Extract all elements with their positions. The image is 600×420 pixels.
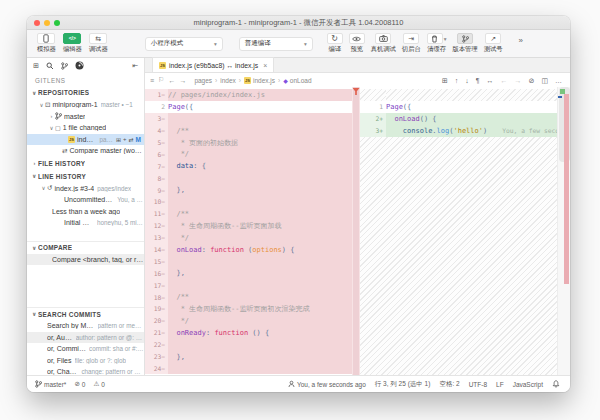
- breadcrumb-item-onload[interactable]: ◆onLoad: [283, 77, 311, 84]
- branch-icon[interactable]: [61, 62, 68, 70]
- status-branch[interactable]: master*: [35, 380, 66, 388]
- code-line[interactable]: 24−: [145, 362, 352, 374]
- code-line[interactable]: 9− },: [145, 184, 352, 196]
- row-action-icon[interactable]: ⊞: [116, 136, 121, 143]
- code-line[interactable]: 19− * 生命周期函数--监听页面初次渲染完成: [145, 303, 352, 315]
- code-line[interactable]: 11− /**: [145, 208, 352, 220]
- scheme-dropdown[interactable]: 小程序模式 ▾: [145, 37, 223, 51]
- status-warnings[interactable]: ⚠0: [93, 380, 104, 388]
- code-line[interactable]: 4− /**: [145, 125, 352, 137]
- chevron-down-icon[interactable]: ∨: [31, 173, 38, 179]
- tree-row-miniprogram-1[interactable]: ∨⊡miniprogram-1master • ~1: [27, 99, 144, 111]
- chevron-down-icon[interactable]: ∨: [38, 102, 45, 108]
- code-line[interactable]: 10−: [145, 196, 352, 208]
- toolbar-debugger-button[interactable]: ⇆调试器: [89, 33, 108, 54]
- code-line[interactable]: 7− data: {: [145, 160, 352, 172]
- tree-section-repositories[interactable]: ∨REPOSITORIES: [27, 86, 144, 99]
- open-changes-icon[interactable]: ⊞: [442, 77, 448, 84]
- code-line[interactable]: 8−: [145, 172, 352, 184]
- tree-row-master[interactable]: ›master: [27, 111, 144, 123]
- chevron-right-icon[interactable]: ›: [31, 160, 38, 166]
- code-line[interactable]: 23− },: [145, 351, 352, 363]
- tree-section-search-commits[interactable]: ∨SEARCH COMMITS: [27, 307, 144, 320]
- tree-row-index-js-3-4[interactable]: ∨↺index.js #3-4pages/index: [27, 183, 144, 195]
- modified-overview-ruler[interactable]: [557, 87, 570, 375]
- tree-row-index-js[interactable]: JSindex.jspage…⊞+⇄M: [27, 134, 144, 146]
- inline-view-icon[interactable]: ⊘: [529, 77, 535, 84]
- tree-row-1-file-changed[interactable]: ∨▢1 file changed: [27, 122, 144, 134]
- back-icon[interactable]: ←: [168, 77, 175, 84]
- toolbar-editor-button[interactable]: </>编辑器: [63, 33, 82, 54]
- original-overview-ruler[interactable]: [352, 87, 360, 375]
- chevron-down-icon[interactable]: ∨: [48, 125, 55, 131]
- gitlens-icon[interactable]: [75, 61, 84, 70]
- tree-section-compare[interactable]: ∨COMPARE: [27, 241, 144, 254]
- code-line[interactable]: 17−: [145, 279, 352, 291]
- previous-change-icon[interactable]: ↑: [455, 77, 459, 84]
- code-line[interactable]: 22−: [145, 339, 352, 351]
- tree-row-or-author[interactable]: or, Authorauthor: pattern or @: pattern: [27, 332, 144, 344]
- toolbar-switch-background-button[interactable]: ⇥切后台: [402, 33, 421, 54]
- close-tab-icon[interactable]: ×: [263, 62, 267, 69]
- code-line[interactable]: 2+ onLoad() {: [360, 113, 557, 125]
- compile-dropdown[interactable]: 普通编译 ▾: [239, 37, 313, 51]
- toolbar-clear-cache-button[interactable]: ▾清缓存: [427, 33, 447, 54]
- tree-row-compare-master-working-with[interactable]: ⇄Compare master (working) with <…: [27, 145, 144, 157]
- chevron-down-icon[interactable]: ∨: [31, 90, 38, 96]
- tree-row-compare-branch-tag-or-ref-wi[interactable]: Compare <branch, tag, or ref> with <b…: [27, 254, 144, 266]
- tree-row-uncommitted-changes[interactable]: Uncommitted changesYou, a few …: [27, 194, 144, 206]
- tree-row-initial-commit[interactable]: Initial Commithoneyhu, 5 minutes a…: [27, 217, 144, 229]
- code-line[interactable]: 16− },: [145, 267, 352, 279]
- toolbar-overflow-button[interactable]: »: [519, 36, 523, 45]
- tree-row-search-by-message[interactable]: Search by Messagepattern or message…: [27, 320, 144, 332]
- zoom-window-button[interactable]: [54, 20, 60, 26]
- tree-section-file-history[interactable]: ›FILE HISTORY: [27, 157, 144, 170]
- commits-icon[interactable]: ⊞: [33, 62, 39, 69]
- tree-section-line-history[interactable]: ∨LINE HISTORY: [27, 170, 144, 183]
- status-item[interactable]: JavaScript: [513, 381, 543, 388]
- status-item-bell[interactable]: [552, 380, 560, 388]
- tree-row-or-changes[interactable]: or, Changeschange: pattern or ~: pat…: [27, 366, 144, 375]
- status-item-blame-author[interactable]: You, a few seconds ago: [288, 380, 366, 388]
- chevron-down-icon[interactable]: ∨: [31, 311, 38, 317]
- split-editor-icon[interactable]: ◫: [541, 77, 548, 84]
- status-errors[interactable]: ⊘0: [74, 380, 85, 388]
- status-item[interactable]: 空格: 2: [439, 380, 459, 389]
- code-line[interactable]: 15−: [145, 255, 352, 267]
- next-change-icon[interactable]: ↓: [465, 77, 469, 84]
- row-action-icon[interactable]: ⇄: [129, 136, 134, 143]
- search-icon[interactable]: [46, 62, 54, 70]
- diff-original-pane[interactable]: 1−// pages/index/index.js2Page({3−4− /**…: [145, 87, 360, 375]
- forward-icon[interactable]: →: [179, 77, 186, 84]
- list-icon[interactable]: ≡: [150, 77, 154, 84]
- collapse-sidebar-icon[interactable]: ⇤: [132, 62, 138, 69]
- chevron-right-icon[interactable]: ›: [48, 113, 55, 119]
- toolbar-remote-debug-button[interactable]: 真机调试: [371, 33, 396, 54]
- code-line[interactable]: 6− */: [145, 148, 352, 160]
- code-line[interactable]: 5− * 页面的初始数据: [145, 137, 352, 149]
- chevron-down-icon[interactable]: ∨: [31, 245, 38, 251]
- breadcrumb-item-pages[interactable]: pages: [194, 77, 212, 84]
- code-line[interactable]: 1−// pages/index/index.js: [145, 89, 352, 101]
- code-line[interactable]: 14− onLoad: function (options) {: [145, 244, 352, 256]
- tree-row-or-files[interactable]: or, Filesfile: glob or ?: glob: [27, 355, 144, 367]
- chevron-down-icon[interactable]: ∨: [40, 185, 47, 191]
- code-line[interactable]: 3+ console.log('hello')You, a few second…: [360, 125, 557, 137]
- code-line[interactable]: 20− */: [145, 315, 352, 327]
- code-line[interactable]: 18− /**: [145, 291, 352, 303]
- tree-row-less-than-a-week-ago[interactable]: Less than a week ago: [27, 206, 144, 218]
- code-line[interactable]: 13− */: [145, 232, 352, 244]
- breadcrumb-item-index[interactable]: index: [220, 77, 236, 84]
- toolbar-test-account-button[interactable]: ↗测试号: [484, 33, 503, 54]
- close-window-button[interactable]: [34, 20, 40, 26]
- tab-index-js-diff[interactable]: JS index.js (e9b5ac8) ↔ index.js ×: [152, 57, 274, 72]
- more-actions-icon[interactable]: …: [555, 77, 562, 84]
- tree-row-or-commit-id[interactable]: or, Commit IDcommit: sha or #: sha: [27, 343, 144, 355]
- code-line[interactable]: 3−: [145, 113, 352, 125]
- swap-sides-icon[interactable]: ↔: [487, 77, 494, 84]
- toolbar-simulator-button[interactable]: 模拟器: [37, 33, 56, 54]
- status-item[interactable]: LF: [496, 381, 504, 388]
- status-item[interactable]: 行 3, 列 25 (选中 1): [375, 380, 431, 389]
- diff-modified-pane[interactable]: 1Page({2+ onLoad() {3+ console.log('hell…: [360, 87, 570, 375]
- row-action-icon[interactable]: +: [123, 136, 127, 142]
